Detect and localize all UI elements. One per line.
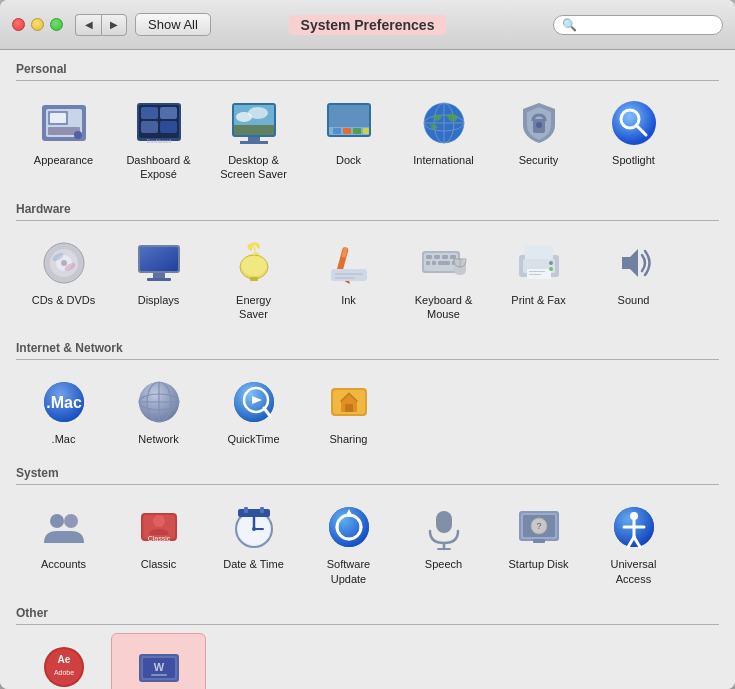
svg-rect-64 — [434, 255, 440, 259]
pref-accounts[interactable]: Accounts — [16, 493, 111, 594]
forward-button[interactable]: ▶ — [101, 14, 127, 36]
show-all-button[interactable]: Show All — [135, 13, 211, 36]
pref-software-update[interactable]: SoftwareUpdate — [301, 493, 396, 594]
maximize-button[interactable] — [50, 18, 63, 31]
pref-energy[interactable]: EnergySaver — [206, 229, 301, 330]
search-box[interactable]: 🔍 — [553, 15, 723, 35]
svg-point-109 — [252, 527, 256, 531]
pref-wacom[interactable]: W Wacom Tablet — [111, 633, 206, 689]
mac-icon-img: .Mac — [38, 376, 90, 428]
pref-quicktime[interactable]: QuickTime — [206, 368, 301, 454]
svg-rect-49 — [140, 247, 178, 271]
pref-displays[interactable]: Displays — [111, 229, 206, 330]
section-hardware-title: Hardware — [16, 202, 719, 221]
section-internet-title: Internet & Network — [16, 341, 719, 360]
pref-startup[interactable]: ? Startup Disk — [491, 493, 586, 594]
svg-rect-26 — [343, 128, 351, 134]
svg-text:Adobe: Adobe — [53, 669, 73, 676]
svg-point-99 — [64, 514, 78, 528]
svg-rect-63 — [426, 255, 432, 259]
section-personal-title: Personal — [16, 62, 719, 81]
pref-datetime[interactable]: 18 Date & Time — [206, 493, 301, 594]
section-personal: Personal Appearance — [16, 62, 719, 190]
svg-rect-75 — [525, 245, 553, 259]
pref-sound[interactable]: Sound — [586, 229, 681, 330]
pref-security[interactable]: Security — [491, 89, 586, 190]
svg-rect-51 — [147, 278, 171, 281]
security-icon-img — [513, 97, 565, 149]
pref-cds-dvds[interactable]: CDs & DVDs — [16, 229, 111, 330]
startup-icon-img: ? — [513, 501, 565, 553]
traffic-lights — [12, 18, 63, 31]
svg-rect-66 — [450, 255, 456, 259]
network-icon-img — [133, 376, 185, 428]
accounts-icon-img — [38, 501, 90, 553]
pref-print-fax[interactable]: Print & Fax — [491, 229, 586, 330]
pref-desktop[interactable]: Desktop &Screen Saver — [206, 89, 301, 190]
svg-rect-8 — [141, 107, 158, 119]
datetime-icon-img: 18 — [228, 501, 280, 553]
pref-dock[interactable]: Dock — [301, 89, 396, 190]
desktop-label: Desktop &Screen Saver — [220, 153, 287, 182]
adobe-icon-img: Ae Adobe — [38, 641, 90, 689]
section-other-title: Other — [16, 606, 719, 625]
svg-rect-55 — [250, 277, 258, 281]
dashboard-icon-img: Dashboard — [133, 97, 185, 149]
svg-point-5 — [74, 131, 82, 139]
keyboard-label: Keyboard &Mouse — [415, 293, 472, 322]
network-label: Network — [138, 432, 178, 446]
sharing-label: Sharing — [330, 432, 368, 446]
software-label: SoftwareUpdate — [327, 557, 370, 586]
svg-rect-18 — [234, 125, 274, 135]
search-input[interactable] — [581, 18, 714, 32]
pref-keyboard[interactable]: Keyboard &Mouse — [396, 229, 491, 330]
displays-icon-img — [133, 237, 185, 289]
svg-text:Ae: Ae — [57, 654, 70, 665]
svg-point-102 — [153, 515, 165, 527]
speech-label: Speech — [425, 557, 462, 571]
svg-rect-117 — [436, 511, 452, 533]
security-label: Security — [519, 153, 559, 167]
svg-text:Dashboard: Dashboard — [146, 138, 171, 144]
svg-point-79 — [549, 261, 553, 265]
datetime-label: Date & Time — [223, 557, 284, 571]
universal-label: UniversalAccess — [611, 557, 657, 586]
svg-rect-9 — [160, 107, 177, 119]
svg-point-98 — [50, 514, 64, 528]
section-system: System Accounts — [16, 466, 719, 594]
dock-label: Dock — [336, 153, 361, 167]
pref-sharing[interactable]: Sharing — [301, 368, 396, 454]
pref-mac[interactable]: .Mac .Mac — [16, 368, 111, 454]
pref-universal[interactable]: UniversalAccess — [586, 493, 681, 594]
mac-label: .Mac — [52, 432, 76, 446]
section-other: Other Ae Adobe AdobeVersion Cue™ — [16, 606, 719, 689]
svg-text:?: ? — [536, 521, 541, 531]
svg-rect-25 — [333, 128, 341, 134]
appearance-icon-img — [38, 97, 90, 149]
svg-rect-97 — [345, 404, 353, 412]
svg-rect-3 — [50, 113, 66, 123]
pref-spotlight[interactable]: Spotlight — [586, 89, 681, 190]
minimize-button[interactable] — [31, 18, 44, 31]
back-button[interactable]: ◀ — [75, 14, 101, 36]
svg-point-37 — [612, 101, 656, 145]
section-system-title: System — [16, 466, 719, 485]
spotlight-label: Spotlight — [612, 153, 655, 167]
close-button[interactable] — [12, 18, 25, 31]
svg-rect-68 — [432, 261, 436, 265]
pref-adobe[interactable]: Ae Adobe AdobeVersion Cue™ — [16, 633, 111, 689]
universal-icon-img — [608, 501, 660, 553]
internet-grid: .Mac .Mac — [16, 368, 719, 454]
appearance-label: Appearance — [34, 153, 93, 167]
svg-rect-113 — [260, 507, 264, 513]
pref-network[interactable]: Network — [111, 368, 206, 454]
cds-icon-img — [38, 237, 90, 289]
pref-ink[interactable]: Ink — [301, 229, 396, 330]
pref-speech[interactable]: Speech — [396, 493, 491, 594]
pref-appearance[interactable]: Appearance — [16, 89, 111, 190]
pref-dashboard[interactable]: Dashboard Dashboard &Exposé — [111, 89, 206, 190]
pref-international[interactable]: International — [396, 89, 491, 190]
svg-rect-58 — [331, 269, 367, 281]
svg-rect-141 — [151, 674, 167, 676]
pref-classic[interactable]: Classic Classic — [111, 493, 206, 594]
